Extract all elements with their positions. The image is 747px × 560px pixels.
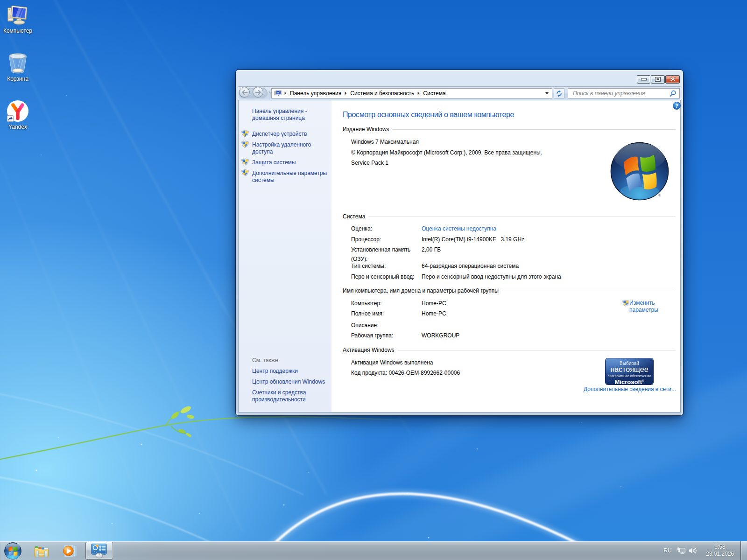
maximize-button[interactable] <box>651 75 665 84</box>
breadcrumb-system-security[interactable]: Система и безопасность <box>348 90 416 97</box>
refresh-button[interactable] <box>554 88 564 98</box>
minimize-button[interactable] <box>637 75 650 84</box>
registered-trademark: ® <box>658 193 661 197</box>
section-rule <box>398 350 676 350</box>
row-value: Intel(R) Core(TM) i9-14900KF 3.19 GHz <box>422 235 524 244</box>
badge-line1: Выбирай <box>606 361 653 366</box>
back-button[interactable] <box>239 87 250 98</box>
section-rule <box>502 291 676 291</box>
row-pen-touch: Перо и сенсорный ввод: Перо и сенсорный … <box>351 272 561 281</box>
sidebar-item-advanced-settings[interactable]: Дополнительные параметры системы <box>252 170 328 184</box>
badge-line3: программное обеспечение <box>606 374 653 378</box>
search-icon <box>669 90 677 97</box>
more-info-link[interactable]: Дополнительные сведения в сети... <box>584 386 676 392</box>
section-header-text: Издание Windows <box>343 126 389 133</box>
edition-line: Windows 7 Максимальная <box>351 139 419 145</box>
forward-button[interactable] <box>253 87 263 98</box>
close-button[interactable] <box>665 75 680 84</box>
genuine-microsoft-badge[interactable]: Выбирай настоящее программное обеспечени… <box>606 358 653 385</box>
sidebar-item-action-center[interactable]: Центр поддержки <box>252 368 328 375</box>
sidebar-item-system-protection[interactable]: Защита системы <box>252 159 328 166</box>
row-label: Полное имя: <box>351 309 422 318</box>
uac-shield-icon <box>241 130 249 137</box>
section-header-text: Имя компьютера, имя домена и параметры р… <box>343 287 499 294</box>
desktop-icon-recycle-bin[interactable]: Корзина <box>0 52 35 82</box>
taskbar-explorer-icon[interactable] <box>32 544 51 559</box>
row-value: WORKGROUP <box>422 331 459 340</box>
minimize-icon <box>641 78 647 81</box>
volume-icon[interactable] <box>689 547 697 554</box>
search-box[interactable]: Поиск в панели управления <box>568 88 680 98</box>
change-settings-link[interactable]: Изменитьпараметры <box>622 300 667 314</box>
uac-shield-icon <box>241 169 249 176</box>
badge-line2: настоящее <box>606 366 653 373</box>
page-title: Просмотр основных сведений о вашем компь… <box>343 111 514 119</box>
taskbar: RU 9:58 23.01.2026 <box>0 541 747 560</box>
edition-copyright: © Корпорация Майкрософт (Microsoft Corp.… <box>351 149 542 156</box>
row-value: Home-PC <box>422 299 446 308</box>
maximize-icon <box>655 77 661 82</box>
sidebar-item-windows-update[interactable]: Центр обновления Windows <box>252 378 328 385</box>
change-settings-line1: Изменить <box>629 300 655 306</box>
clock-date: 23.01.2026 <box>702 551 738 558</box>
close-icon <box>669 77 676 82</box>
taskbar-media-player-icon[interactable] <box>62 544 80 559</box>
uac-shield-icon <box>241 140 249 148</box>
clock[interactable]: 9:58 23.01.2026 <box>702 544 738 558</box>
caption-buttons <box>636 75 680 84</box>
help-icon[interactable] <box>673 102 681 110</box>
sidebar-item-remote-access[interactable]: Настройка удаленного доступа <box>252 141 328 155</box>
desktop-icon-label: Корзина <box>0 76 35 82</box>
product-key-label: Код продукта: <box>351 370 387 376</box>
sidebar-item-control-panel-home[interactable]: Панель управления - домашняя страница <box>252 108 328 122</box>
rating-link[interactable]: Оценка системы недоступна <box>422 224 496 233</box>
language-indicator[interactable]: RU <box>662 547 673 554</box>
main-content: Просмотр основных сведений о вашем компь… <box>331 100 680 412</box>
forward-arrow-icon <box>255 90 261 95</box>
row-label: Описание: <box>351 321 422 330</box>
desktop-icon-computer[interactable]: Компьютер <box>0 4 35 34</box>
row-description: Описание: <box>351 321 422 330</box>
back-arrow-icon <box>241 90 247 95</box>
breadcrumb-system[interactable]: Система <box>421 90 448 97</box>
sidebar: Панель управления - домашняя страница Ди… <box>239 100 331 412</box>
sidebar-item-performance-tools[interactable]: Счетчики и средства производительности <box>252 389 328 403</box>
start-button[interactable] <box>4 542 21 560</box>
row-value: Перо и сенсорный ввод недоступны для это… <box>422 272 561 281</box>
dropdown-arrow-icon <box>545 92 549 95</box>
desktop-icon-label: Компьютер <box>0 28 35 34</box>
sidebar-see-also-label: См. также <box>252 357 278 364</box>
row-rating: Оценка: Оценка системы недоступна <box>351 224 496 233</box>
change-settings-line2: параметры <box>629 307 658 313</box>
section-header-activation: Активация Windows <box>343 347 676 353</box>
breadcrumb-control-panel[interactable]: Панель управления <box>288 90 344 97</box>
window-client-area: Панель управления - домашняя страница Ди… <box>239 100 680 412</box>
section-header-system: Система <box>343 213 676 220</box>
breadcrumb-arrow-icon <box>417 91 420 95</box>
desktop-icon-yandex[interactable]: Yandex <box>0 100 35 130</box>
row-full-name: Полное имя: Home-PC <box>351 309 446 318</box>
row-label: Компьютер: <box>351 299 422 308</box>
address-bar[interactable]: Панель управления Система и безопасность… <box>271 88 552 98</box>
control-panel-icon <box>274 90 282 97</box>
row-processor: Процессор: Intel(R) Core(TM) i9-14900KF … <box>351 235 524 244</box>
control-panel-window-icon <box>91 544 109 559</box>
shortcut-arrow-icon <box>7 115 14 122</box>
network-icon[interactable] <box>677 547 686 554</box>
product-key-value: 00426-OEM-8992662-00006 <box>388 370 460 376</box>
clock-time: 9:58 <box>702 544 738 551</box>
row-label: Рабочая группа: <box>351 331 422 340</box>
address-dropdown-button[interactable] <box>542 89 552 98</box>
sidebar-item-device-manager[interactable]: Диспетчер устройств <box>252 131 328 138</box>
section-header-text: Активация Windows <box>343 347 395 353</box>
breadcrumb-arrow-icon <box>284 91 287 95</box>
row-value: 2,00 ГБ <box>422 245 441 264</box>
uac-shield-icon <box>622 300 629 307</box>
system-window: Панель управления Система и безопасность… <box>236 70 683 415</box>
taskbar-control-panel-button[interactable] <box>85 542 113 560</box>
show-desktop-button[interactable] <box>740 541 747 560</box>
section-rule <box>393 129 676 130</box>
row-label: Перо и сенсорный ввод: <box>351 272 422 281</box>
row-value: 64-разрядная операционная система <box>422 261 519 271</box>
uac-shield-icon <box>241 158 249 166</box>
